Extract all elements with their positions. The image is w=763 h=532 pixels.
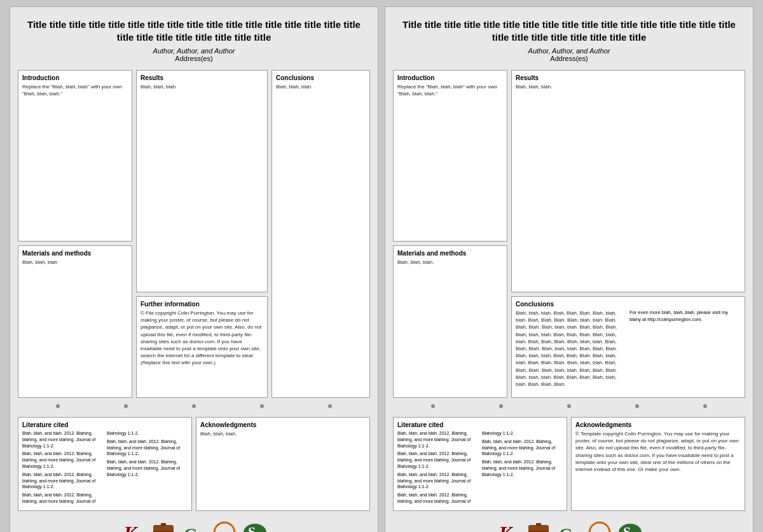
right-address: Address(es) <box>399 55 739 62</box>
left-results-text: Blah, blah, blah <box>141 83 263 90</box>
left-main-content: Introduction Replace the "Blah, blah, bl… <box>18 70 370 398</box>
left-materials-title: Materials and methods <box>22 250 128 257</box>
left-lit-title: Literature cited <box>22 421 188 428</box>
left-conclusions-panel: Conclusions Blah, blah, blah <box>272 70 370 398</box>
left-further-text: © File copyright Colin Purrington. You m… <box>141 310 263 367</box>
left-conclusions-text: Blah, blah, blah <box>276 83 366 90</box>
rg-icon: G <box>556 520 582 532</box>
right-results-title: Results <box>516 74 741 81</box>
left-author: Author, Author, and Author <box>24 47 364 55</box>
right-materials-title: Materials and methods <box>397 250 503 257</box>
right-conclusions-left-text: Blah, blah, blah. Blah, Blah, Blah. Blah… <box>516 310 627 388</box>
left-col-mid: Results Blah, blah, blah Further informa… <box>136 70 268 398</box>
left-materials-panel: Materials and methods Blah, blah, blah <box>18 245 132 398</box>
left-col-left: Introduction Replace the "Blah, blah, bl… <box>18 70 132 398</box>
right-intro-title: Introduction <box>397 74 503 81</box>
left-lit-col2: Blahology 1:1-2.Blah, blah, and blah. 20… <box>107 430 188 507</box>
right-introduction-panel: Introduction Replace the "Blah, blah, bl… <box>393 70 507 242</box>
right-title: Title title title title title title titl… <box>399 18 739 43</box>
right-acknowledgments-panel: Acknowledgments © Template copyright Col… <box>571 417 745 511</box>
left-conclusions-title: Conclusions <box>276 74 366 81</box>
right-intro-text: Replace the "Blah, blah, blah" with your… <box>397 83 503 97</box>
svg-text:G: G <box>559 524 573 532</box>
right-lit-cols: Blah, blah, and blah. 2012. Blahing, bla… <box>397 430 563 507</box>
left-lit-cols: Blah, blah, and blah. 2012. Blahing, bla… <box>22 430 188 507</box>
circle-icon <box>212 520 237 532</box>
left-title: Title title title title title title titl… <box>24 18 364 43</box>
left-col-right: Conclusions Blah, blah, blah <box>272 70 370 398</box>
left-further-title: Further information <box>141 301 263 308</box>
right-materials-panel: Materials and methods Blah, blah, blah. <box>393 245 507 398</box>
right-conclusions-title: Conclusions <box>516 301 741 308</box>
left-results-title: Results <box>141 74 263 81</box>
right-lit-col1: Blah, blah, and blah. 2012. Blahing, bla… <box>397 430 478 507</box>
left-results-panel: Results Blah, blah, blah <box>136 70 268 292</box>
right-bottom-row: Literature cited Blah, blah, and blah. 2… <box>393 417 745 511</box>
right-conclusions-body: Blah, blah, blah. Blah, Blah, Blah. Blah… <box>516 310 741 388</box>
svg-text:K: K <box>498 522 514 532</box>
left-bottom-row: Literature cited Blah, blah, and blah. 2… <box>18 417 370 511</box>
rbox-icon <box>526 520 551 532</box>
rdot-1 <box>431 404 435 408</box>
right-col-right: Results Blah, blah, blah. Conclusions Bl… <box>511 70 745 398</box>
right-ack-title: Acknowledgments <box>575 421 741 428</box>
left-header: Title title title title title title titl… <box>18 15 370 66</box>
left-further-panel: Further information © File copyright Col… <box>136 296 268 398</box>
left-introduction-panel: Introduction Replace the "Blah, blah, bl… <box>18 70 132 242</box>
left-intro-title: Introduction <box>22 74 128 81</box>
rdot-4 <box>635 404 639 408</box>
right-header: Title title title title title title titl… <box>393 15 745 66</box>
right-lit-title: Literature cited <box>397 421 563 428</box>
right-results-text: Blah, blah, blah. <box>516 83 741 90</box>
left-ack-text: Blah, blah, blah. <box>200 430 366 437</box>
dot-3 <box>192 404 196 408</box>
rdot-2 <box>499 404 503 408</box>
left-acknowledgments-panel: Acknowledgments Blah, blah, blah. <box>196 417 370 511</box>
right-footer-icons: K G S <box>393 517 745 532</box>
svg-rect-2 <box>161 523 166 526</box>
svg-rect-10 <box>536 523 541 526</box>
left-ack-title: Acknowledgments <box>200 421 366 428</box>
rcircle-icon <box>587 520 612 532</box>
left-intro-text: Replace the "Blah, blah, blah" with your… <box>22 83 128 97</box>
left-footer-icons: K G S <box>18 517 370 532</box>
left-materials-text: Blah, blah, blah <box>22 259 128 266</box>
box-icon <box>151 520 176 532</box>
svg-text:K: K <box>123 522 139 532</box>
right-ack-text: © Template copyright Colin Purrington. Y… <box>575 430 741 473</box>
left-lit-col1: Blah, blah, and blah. 2012. Blahing, bla… <box>22 430 103 507</box>
right-conclusions-panel: Conclusions Blah, blah, blah. Blah, Blah… <box>511 296 745 398</box>
left-poster: Title title title title title title titl… <box>10 6 378 532</box>
svg-text:G: G <box>184 524 198 532</box>
right-literature-panel: Literature cited Blah, blah, and blah. 2… <box>393 417 567 511</box>
right-author: Author, Author, and Author <box>399 47 739 55</box>
right-main-content: Introduction Replace the "Blah, blah, bl… <box>393 70 745 398</box>
svg-point-5 <box>214 522 235 532</box>
left-address: Address(es) <box>24 55 364 62</box>
right-top-row: Results Blah, blah, blah. <box>511 70 745 292</box>
right-conclusions-right-text: For even more blah, blah, blah, please v… <box>629 310 741 388</box>
svg-text:S: S <box>623 524 631 532</box>
rk-icon: K <box>495 520 521 532</box>
right-results-panel: Results Blah, blah, blah. <box>511 70 745 292</box>
right-col-left: Introduction Replace the "Blah, blah, bl… <box>393 70 507 398</box>
dot-4 <box>260 404 264 408</box>
right-materials-text: Blah, blah, blah. <box>397 259 503 266</box>
rdot-5 <box>703 404 707 408</box>
right-conclusions-extra: For even more blah, blah, blah, please v… <box>629 310 728 322</box>
left-page-dots <box>18 402 370 411</box>
k-icon: K <box>120 520 146 532</box>
right-page-dots <box>393 402 745 411</box>
dot-1 <box>56 404 60 408</box>
dot-2 <box>124 404 128 408</box>
right-lit-col2: Blahology 1:1-2.Blah, blah, and blah. 20… <box>482 430 563 507</box>
svg-text:S: S <box>248 524 256 532</box>
g-icon: G <box>181 520 207 532</box>
dot-5 <box>328 404 332 408</box>
rs-icon: S <box>617 520 643 532</box>
left-literature-panel: Literature cited Blah, blah, and blah. 2… <box>18 417 192 511</box>
s-icon: S <box>242 520 268 532</box>
rdot-3 <box>567 404 571 408</box>
right-poster: Title title title title title title titl… <box>385 6 753 532</box>
svg-point-13 <box>589 522 610 532</box>
